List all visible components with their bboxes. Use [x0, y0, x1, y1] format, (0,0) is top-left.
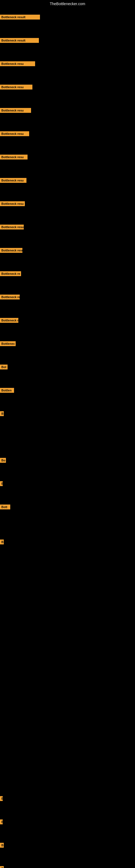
bar-row: Bottleneck resu — [0, 108, 31, 113]
bar-label: Bottleneck re — [0, 294, 20, 300]
bar-label: Bottleneck resu — [0, 178, 27, 183]
bar-row: Bottleneck re — [0, 318, 18, 323]
site-title: TheBottlenecker.com — [0, 0, 135, 8]
bar-row: Bottleneck re — [0, 271, 21, 276]
bar-row: Bottleneck re — [0, 294, 20, 300]
bar-label: Bottleneck re — [0, 271, 21, 276]
bar-row: Bott — [0, 504, 10, 509]
bar-row: Bottleneck result — [0, 38, 39, 43]
bar-label: Bottlenec — [0, 341, 16, 346]
bar-label: B — [0, 819, 3, 824]
bar-label: Bottleneck result — [0, 14, 40, 20]
bar-label: Bottleneck resu — [0, 248, 22, 253]
bar-row: Bottleneck result — [0, 14, 40, 20]
bar-label: Bo — [0, 458, 6, 463]
bar-label: Bot — [0, 365, 8, 369]
bar-label: Bottleneck resu — [0, 108, 31, 113]
bar-label: Bottlen — [0, 388, 14, 393]
bar-row: B — [0, 866, 4, 868]
bar-row: Bottleneck resu — [0, 248, 22, 253]
bar-label: Bottleneck resu — [0, 85, 32, 90]
bar-row: Bottlen — [0, 388, 14, 393]
bar-label: Bottleneck re — [0, 318, 18, 323]
bar-label: Bottleneck resu — [0, 61, 35, 66]
bar-row: Bottlenec — [0, 341, 16, 346]
bar-row: Bottleneck resu — [0, 178, 27, 183]
bar-row: Bot — [0, 365, 8, 369]
bar-label: Bottleneck resu — [0, 201, 25, 206]
bar-row: Bottleneck resu — [0, 201, 25, 206]
bar-label: B — [0, 481, 3, 486]
bar-label: B — [0, 843, 4, 848]
bar-row: Bottleneck resu — [0, 155, 28, 159]
bar-row: B — [0, 481, 3, 486]
bar-row: B — [0, 539, 4, 545]
bar-row: B — [0, 796, 3, 801]
bar-label: B — [0, 866, 4, 868]
bar-row: B — [0, 411, 4, 416]
bar-label: B — [0, 796, 3, 801]
bar-row: Bottleneck resu — [0, 131, 29, 136]
bar-row: B — [0, 843, 4, 848]
bar-label: Bottleneck resu — [0, 131, 29, 136]
bar-row: Bottleneck resu — [0, 61, 35, 66]
bar-label: Bottleneck resu — [0, 225, 24, 229]
bar-label: B — [0, 411, 4, 416]
bar-label: Bott — [0, 504, 10, 509]
bar-label: Bottleneck result — [0, 38, 39, 43]
bar-row: Bottleneck resu — [0, 85, 32, 90]
bar-row: Bo — [0, 458, 6, 463]
bar-row: B — [0, 819, 3, 824]
bar-label: B — [0, 539, 4, 545]
bar-row: Bottleneck resu — [0, 225, 24, 229]
bar-label: Bottleneck resu — [0, 155, 28, 159]
